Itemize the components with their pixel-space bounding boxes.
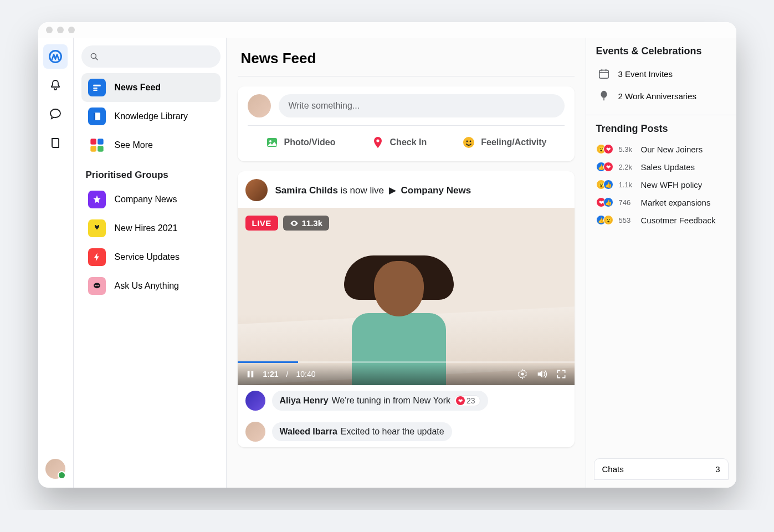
svg-rect-24 xyxy=(599,70,608,79)
svg-point-25 xyxy=(601,91,607,98)
comment-text: We're tuning in from New York xyxy=(332,396,450,406)
trending-count: 2.2k xyxy=(619,163,635,171)
reaction-stack-icon: 😮❤ xyxy=(596,144,613,154)
window-titlebar xyxy=(38,22,736,38)
traffic-light-minimize[interactable] xyxy=(57,27,64,33)
post-verb: is now live xyxy=(341,185,384,196)
location-pin-icon xyxy=(371,136,385,149)
trending-title: Cusotmer Feedback xyxy=(641,216,716,225)
events-section-title: Events & Celebrations xyxy=(596,45,726,57)
knowledge-library-icon xyxy=(88,108,106,125)
composer-photo-video-button[interactable]: Photo/Video xyxy=(258,131,344,154)
calendar-icon xyxy=(596,66,612,81)
search-input[interactable] xyxy=(81,45,221,68)
sidebar-item-knowledge-library[interactable]: Knowledge Library xyxy=(81,102,221,131)
reaction-stack-icon: 👍❤ xyxy=(596,162,613,172)
sidebar-item-see-more[interactable]: See More xyxy=(81,131,221,160)
svg-point-1 xyxy=(91,53,96,58)
composer-action-label: Feeling/Activity xyxy=(481,137,546,147)
bell-icon xyxy=(49,79,62,92)
trending-post-item[interactable]: ❤👍 746 Market expansions xyxy=(596,193,726,211)
post-author-avatar[interactable] xyxy=(245,179,268,201)
live-video-player[interactable]: LIVE 11.3k 1:21 / 10:40 xyxy=(238,208,575,385)
nav-notifications-button[interactable] xyxy=(43,73,68,98)
nav-rail xyxy=(38,38,74,488)
svg-rect-8 xyxy=(98,139,104,145)
trending-count: 5.3k xyxy=(619,145,635,154)
comment-bubble[interactable]: Waleed Ibarra Excited to hear the update xyxy=(272,422,452,441)
nav-library-button[interactable] xyxy=(43,131,68,155)
svg-point-19 xyxy=(467,141,468,142)
current-user-avatar[interactable] xyxy=(45,459,65,479)
svg-rect-10 xyxy=(98,146,104,152)
smiley-icon xyxy=(462,136,475,149)
svg-point-23 xyxy=(521,373,524,376)
video-duration: 10:40 xyxy=(296,370,315,378)
sidebar-group-new-hires[interactable]: New Hires 2021 xyxy=(81,214,221,243)
svg-rect-4 xyxy=(93,90,98,91)
svg-rect-3 xyxy=(93,88,98,89)
sidebar-item-label: News Feed xyxy=(115,83,161,93)
sidebar-item-label: Knowledge Library xyxy=(115,111,188,121)
eye-icon xyxy=(290,219,299,228)
trending-title: Market expansions xyxy=(641,198,711,207)
nav-home-button[interactable] xyxy=(43,44,68,69)
chats-label: Chats xyxy=(602,464,624,474)
composer-input[interactable]: Write something... xyxy=(279,94,565,117)
fullscreen-icon[interactable] xyxy=(556,369,567,380)
comment-reaction-count[interactable]: ❤ 23 xyxy=(454,395,480,406)
live-badge: LIVE xyxy=(245,216,278,231)
comment-text: Excited to hear the update xyxy=(341,427,444,437)
composer-feeling-button[interactable]: Feeling/Activity xyxy=(454,131,554,154)
sidebar-group-ask-us-anything[interactable]: Ask Us Anything xyxy=(81,272,221,300)
post-target-group[interactable]: Company News xyxy=(401,185,471,196)
composer-avatar[interactable] xyxy=(248,94,271,117)
pause-icon[interactable] xyxy=(245,369,255,379)
svg-point-17 xyxy=(376,139,379,142)
trending-post-item[interactable]: 😮❤ 5.3k Our New Joiners xyxy=(596,140,726,158)
chats-count: 3 xyxy=(715,464,720,474)
sidebar-item-news-feed[interactable]: News Feed xyxy=(81,73,221,102)
events-item-label: 2 Work Anniversaries xyxy=(618,91,696,101)
bolt-icon xyxy=(88,248,106,266)
nav-chat-button[interactable] xyxy=(43,102,68,126)
viewer-count: 11.3k xyxy=(283,216,330,231)
gear-icon[interactable] xyxy=(517,369,528,380)
live-post-card: Samira Childs is now live ▶ Company News… xyxy=(238,171,575,447)
svg-point-13 xyxy=(96,285,98,286)
book-icon xyxy=(49,136,62,150)
sidebar-group-service-updates[interactable]: Service Updates xyxy=(81,243,221,272)
traffic-light-zoom[interactable] xyxy=(68,27,75,33)
commenter-avatar[interactable] xyxy=(245,391,265,411)
svg-rect-7 xyxy=(90,139,96,145)
trending-section-title: Trending Posts xyxy=(596,123,726,135)
trending-post-item[interactable]: 😮👍 1.1k New WFH policy xyxy=(596,176,726,193)
commenter-avatar[interactable] xyxy=(245,422,265,442)
composer-checkin-button[interactable]: Check In xyxy=(363,131,435,154)
star-icon xyxy=(88,191,106,208)
live-comment: Waleed Ibarra Excited to hear the update xyxy=(238,416,575,447)
reaction-stack-icon: 😮👍 xyxy=(596,180,613,190)
see-more-icon xyxy=(88,136,106,154)
trending-post-item[interactable]: 👍❤ 2.2k Sales Updates xyxy=(596,158,726,176)
traffic-light-close[interactable] xyxy=(46,27,53,33)
svg-rect-22 xyxy=(251,371,253,377)
trending-count: 1.1k xyxy=(619,181,635,189)
comment-bubble[interactable]: Aliya Henry We're tuning in from New Yor… xyxy=(272,391,488,411)
page-title: News Feed xyxy=(238,38,575,76)
post-author-name[interactable]: Samira Childs xyxy=(275,185,338,196)
trending-title: Our New Joiners xyxy=(641,145,703,154)
svg-point-16 xyxy=(269,140,271,142)
svg-rect-2 xyxy=(93,85,101,86)
work-anniversaries-item[interactable]: 2 Work Anniversaries xyxy=(596,85,726,107)
chats-dock-button[interactable]: Chats 3 xyxy=(594,458,729,480)
post-header: Samira Childs is now live ▶ Company News xyxy=(238,171,575,208)
sidebar-groups-title: Prioritised Groups xyxy=(86,170,216,181)
sidebar-group-company-news[interactable]: Company News xyxy=(81,185,221,214)
event-invites-item[interactable]: 3 Event Invites xyxy=(596,63,726,85)
volume-icon[interactable] xyxy=(536,368,548,380)
wave-hand-icon xyxy=(88,219,106,237)
trending-post-item[interactable]: 👍😮 553 Cusotmer Feedback xyxy=(596,211,726,229)
news-feed-icon xyxy=(88,79,106,96)
svg-point-18 xyxy=(463,137,474,148)
